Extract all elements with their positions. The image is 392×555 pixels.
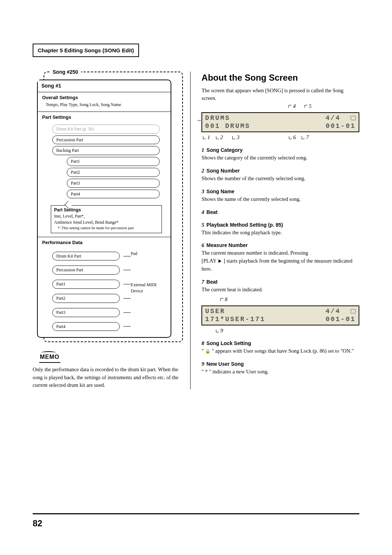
corner-icon [220,298,223,301]
corner-icon [289,105,291,108]
overall-settings-body: Tempo, Play Type, Song Lock, Song Name [38,102,171,112]
def-item-1: 1Song CategoryShows the category of the … [201,146,359,162]
definition-list: 1Song CategoryShows the category of the … [201,146,359,293]
def-body: The current beat is indicated. [201,286,359,294]
def-head: Beat [207,279,217,285]
pill-percussion: Percussion Part [52,135,160,145]
ext-midi-label: External MIDI Device [131,282,163,294]
callout-6: 6 [293,134,296,141]
intro-text: The screen that appears when [SONG] is p… [201,87,359,103]
overall-settings-head: Overall Settings [38,92,171,102]
part-settings-head: Part Settings [38,112,171,121]
def-body: Shows the number of the currently select… [201,175,359,183]
lcd1-r2r: 001-01 [326,122,356,130]
def-head: Measure Number [207,242,248,248]
lcd2-r1r: 4/4 [326,308,351,315]
memo-icon: MEMO [39,353,60,362]
ps-line1: Inst, Level, Pan*, [54,213,159,219]
perf-part2: Part2 [52,294,120,303]
pill-drumkit: Drum Kit Part (p. 56) [52,125,160,134]
callout-3: 3 [237,134,240,141]
pill-part3: Part3 [67,179,160,188]
ps-note: *: This setting cannot be made for percu… [54,226,159,231]
def-num: 6 [201,242,204,248]
ps-title: Part Settings [54,207,159,213]
lcd2-r2r: 001-01 [326,316,356,324]
def-head: Song Name [207,189,234,194]
corner-icon [305,105,307,108]
def-item-3: 3Song NameShows the name of the currentl… [201,188,359,203]
callout-1: 1 [207,134,210,141]
def-item-7: 7BeatThe current beat is indicated. [201,278,359,294]
connector-icon [123,312,131,313]
perf-right-labels: Pad External MIDI Device [131,248,163,294]
two-column-layout: Song #250 Song #1 Overall Settings Tempo… [33,72,359,389]
lock-icon: 🔒 [205,348,211,355]
part-settings-detail: Part Settings Inst, Level, Pan*, Ambienc… [51,205,162,233]
corner-icon [232,136,235,139]
corner-icon [302,136,305,139]
def-body: " 🔒 " appears with User songs that have … [201,347,359,355]
def-num: 8 [201,340,204,346]
def-body: " * " indicates a new User song. [201,368,359,376]
callout-5: 5 [309,102,312,110]
perf-part1: Part1 [52,280,120,289]
page-footer: 82 [33,513,359,530]
callouts-top-2: 8 [201,296,359,303]
lcd2-r1l: USER [205,308,225,316]
pill-part4: Part4 [67,190,160,199]
lcd-screen-2: USER4/4 171*USER-171001-01 [201,305,359,325]
def-head: Song Number [207,168,240,174]
def-item-5: 5Playback Method Setting (p. 85)This ind… [201,221,359,237]
def-head: New User Song [207,361,244,367]
lcd-screen-1: → DRUMS4/4 001 DRUMS001-01 [201,112,359,132]
connector-icon [123,326,131,327]
pill-backing: Backing Part [52,146,160,155]
play-icon [219,259,221,263]
callouts-top-1: 4 5 [201,102,359,110]
song-250-box: Song #250 Song #1 Overall Settings Tempo… [44,72,183,342]
song-250-label: Song #250 [50,69,81,76]
corner-icon [289,136,292,139]
def-head: Beat [207,209,217,215]
def-body: This indicates the song playback type. [201,229,359,237]
def-head: Song Lock Setting [207,340,251,346]
loop-icon [351,309,356,313]
corner-icon [216,136,219,139]
perf-percussion: Percussion Part [52,266,120,275]
song-1-box: Song #1 Overall Settings Tempo, Play Typ… [37,80,171,338]
connector-icon [123,270,131,270]
connector-icon [123,298,131,299]
perf-part4: Part4 [52,322,120,331]
def-num: 2 [201,168,204,174]
pill-part2: Part2 [67,168,160,177]
callout-4: 4 [293,102,296,110]
def-num: 3 [201,189,204,194]
def-item-2: 2Song NumberShows the number of the curr… [201,167,359,183]
def-body: Shows the name of the currently selected… [201,195,359,203]
def-item-8: 8Song Lock Setting " 🔒 " appears with Us… [201,340,359,355]
pill-part1: Part1 [67,157,160,166]
page-number: 82 [33,517,359,530]
ps-line2: Ambience Send Level, Bend Range* [54,219,159,226]
def-num: 1 [201,147,204,153]
right-column: About the Song Screen The screen that ap… [201,72,359,389]
arrow-right-icon: → [197,117,202,124]
perf-part3: Part3 [52,308,120,317]
corner-icon [216,329,219,332]
def-num: 9 [201,361,204,367]
lcd1-r2l: 001 DRUMS [205,122,250,130]
callout-9: 9 [220,327,223,335]
def-num: 4 [201,209,204,215]
loop-icon [351,116,356,120]
def-item-9: 9New User Song " * " indicates a new Use… [201,360,359,376]
part-pills: Drum Kit Part (p. 56) Percussion Part Ba… [38,121,171,203]
def-item-6: 6Measure NumberThe current measure numbe… [201,242,359,273]
def-head: Song Category [207,147,243,153]
performance-pills: Drum Kit Part Percussion Part Part1 Part… [38,247,171,337]
def-num: 5 [201,222,204,228]
callout-2: 2 [220,134,223,141]
def-item-4: 4Beat [201,208,359,216]
lcd1-r1r: 4/4 [326,114,351,122]
callout-7: 7 [306,134,309,141]
